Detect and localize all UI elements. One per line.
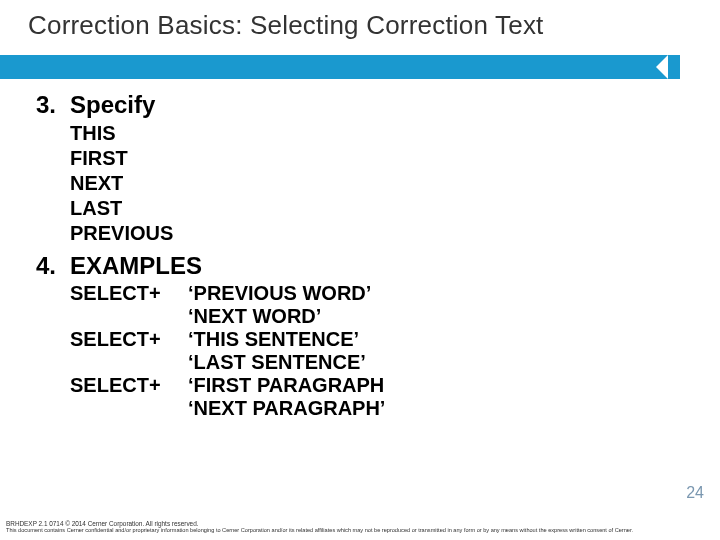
example-target: ‘NEXT PARAGRAPH’: [188, 397, 385, 420]
item-number: 3.: [36, 91, 70, 119]
example-row: ‘NEXT WORD’: [70, 305, 720, 328]
example-row: ‘NEXT PARAGRAPH’: [70, 397, 720, 420]
accent-chevron-icon: [680, 55, 720, 79]
item-heading: EXAMPLES: [70, 252, 202, 280]
example-row: SELECT+ ‘THIS SENTENCE’: [70, 328, 720, 351]
example-command: [70, 397, 188, 420]
example-row: ‘LAST SENTENCE’: [70, 351, 720, 374]
example-row: SELECT+ ‘PREVIOUS WORD’: [70, 282, 720, 305]
example-command: [70, 351, 188, 374]
example-command: SELECT+: [70, 282, 188, 305]
examples-block: SELECT+ ‘PREVIOUS WORD’ ‘NEXT WORD’ SELE…: [70, 282, 720, 420]
slide-title: Correction Basics: Selecting Correction …: [28, 10, 720, 41]
accent-bar-wrap: [0, 55, 720, 79]
example-target: ‘THIS SENTENCE’: [188, 328, 359, 351]
item-heading: Specify: [70, 91, 155, 119]
title-area: Correction Basics: Selecting Correction …: [0, 0, 720, 41]
footer-line-1: BRHDEXP 2.1 0714 © 2014 Cerner Corporati…: [6, 520, 680, 528]
list-item: 3. Specify: [36, 91, 720, 119]
example-target: ‘FIRST PARAGRAPH: [188, 374, 384, 397]
option: THIS: [70, 121, 720, 146]
footer-line-2: This document contains Cerner confidenti…: [6, 527, 680, 534]
footer: BRHDEXP 2.1 0714 © 2014 Cerner Corporati…: [6, 520, 680, 534]
example-target: ‘NEXT WORD’: [188, 305, 321, 328]
option: NEXT: [70, 171, 720, 196]
item-number: 4.: [36, 252, 70, 280]
option: LAST: [70, 196, 720, 221]
example-command: [70, 305, 188, 328]
option: PREVIOUS: [70, 221, 720, 246]
list-item: 4. EXAMPLES: [36, 252, 720, 280]
content-area: 3. Specify THIS FIRST NEXT LAST PREVIOUS…: [0, 79, 720, 420]
page-number: 24: [686, 484, 704, 502]
slide: Correction Basics: Selecting Correction …: [0, 0, 720, 540]
accent-bar: [0, 55, 720, 79]
option: FIRST: [70, 146, 720, 171]
example-command: SELECT+: [70, 328, 188, 351]
example-target: ‘PREVIOUS WORD’: [188, 282, 371, 305]
specify-options: THIS FIRST NEXT LAST PREVIOUS: [70, 121, 720, 246]
example-command: SELECT+: [70, 374, 188, 397]
example-target: ‘LAST SENTENCE’: [188, 351, 366, 374]
example-row: SELECT+ ‘FIRST PARAGRAPH: [70, 374, 720, 397]
